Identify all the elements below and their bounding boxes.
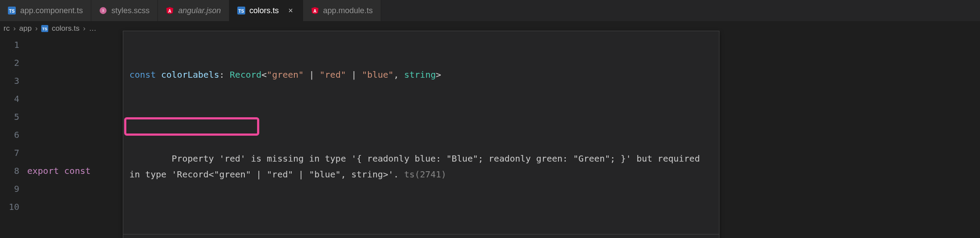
chevron-right-icon: ›	[13, 24, 16, 33]
tab-colors[interactable]: TS colors.ts ×	[229, 0, 303, 21]
typescript-icon: TS	[8, 7, 16, 14]
hover-signature: const colorLabels: Record<"green" | "red…	[123, 65, 719, 84]
chevron-right-icon: ›	[35, 24, 38, 33]
editor-tabs: TS app.component.ts S styles.scss A angu…	[0, 0, 980, 21]
line-number: 4	[0, 90, 19, 108]
code-editor[interactable]: 1 2 3 4 5 6 7 8 9 10 const colorLabels: …	[0, 36, 980, 238]
tab-label: app.component.ts	[20, 6, 83, 15]
svg-text:A: A	[313, 9, 317, 14]
line-number: 3	[0, 72, 19, 90]
typescript-icon: TS	[237, 7, 245, 14]
breadcrumb-segment[interactable]: rc	[4, 24, 10, 33]
hover-actions: Peek Problem No quick fixes available	[123, 234, 719, 238]
line-number: 6	[0, 126, 19, 144]
tab-app-module[interactable]: A app.module.ts	[303, 0, 381, 21]
breadcrumb-segment[interactable]: app	[19, 24, 32, 33]
highlight-annotation	[124, 117, 259, 136]
tab-app-component[interactable]: TS app.component.ts	[0, 0, 91, 21]
line-number: 10	[0, 198, 19, 216]
code-area[interactable]: const colorLabels: Record<"green" | "red…	[27, 36, 980, 238]
line-number: 9	[0, 180, 19, 198]
line-number: 1	[0, 36, 19, 54]
tab-angular-json[interactable]: A angular.json	[158, 0, 229, 21]
tab-styles[interactable]: S styles.scss	[91, 0, 158, 21]
typescript-icon: TS	[41, 25, 48, 32]
error-hover-tooltip: const colorLabels: Record<"green" | "red…	[123, 31, 719, 238]
error-code: ts(2741)	[404, 169, 446, 180]
line-number: 2	[0, 54, 19, 72]
line-number: 5	[0, 108, 19, 126]
close-icon[interactable]: ×	[287, 6, 295, 15]
tab-label: colors.ts	[250, 6, 279, 15]
tab-label: app.module.ts	[323, 6, 373, 15]
svg-text:A: A	[168, 9, 172, 14]
svg-text:TS: TS	[9, 9, 15, 14]
svg-text:TS: TS	[42, 27, 47, 31]
chevron-right-icon: ›	[83, 24, 86, 33]
svg-text:S: S	[102, 8, 104, 13]
hover-error-message: Property 'red' is missing in type '{ rea…	[123, 117, 719, 201]
line-gutter: 1 2 3 4 5 6 7 8 9 10	[0, 36, 27, 238]
scss-icon: S	[99, 7, 107, 14]
tab-label: angular.json	[178, 6, 221, 15]
breadcrumb-segment[interactable]: colors.ts	[52, 24, 79, 33]
svg-text:TS: TS	[238, 9, 244, 14]
angular-icon: A	[311, 7, 319, 14]
angular-icon: A	[166, 7, 174, 14]
breadcrumb-overflow[interactable]: …	[89, 24, 97, 33]
line-number: 7	[0, 144, 19, 162]
line-number: 8	[0, 162, 19, 180]
tab-label: styles.scss	[111, 6, 150, 15]
